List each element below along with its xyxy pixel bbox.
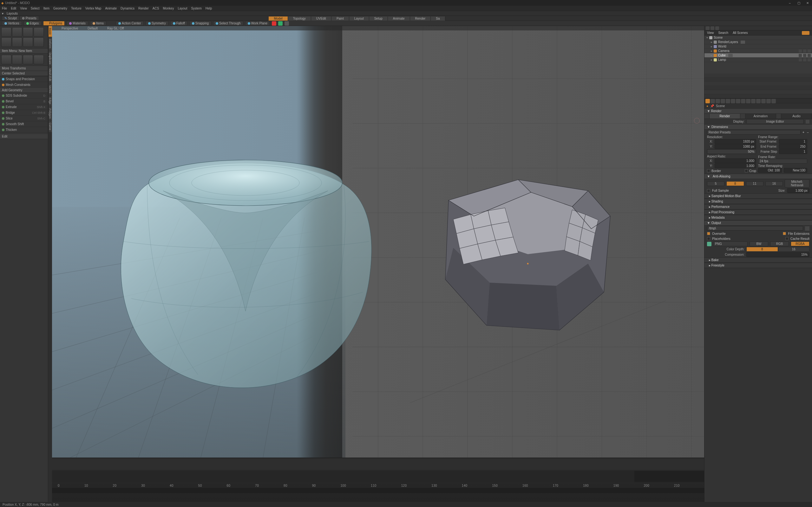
prop-tab-icon-8[interactable] — [746, 99, 751, 103]
section-post-processing[interactable]: ▸ Post Processing — [705, 210, 812, 215]
presets-button[interactable]: ⚙Presets — [19, 16, 39, 20]
menu-view[interactable]: View — [20, 7, 27, 10]
dimensions-header[interactable]: ▼ Dimensions — [705, 124, 812, 130]
prop-tab-icon-0[interactable] — [705, 99, 710, 103]
aa-samples-8[interactable]: 8 — [726, 181, 744, 186]
audio-icon[interactable] — [776, 114, 781, 118]
border-check[interactable] — [707, 169, 710, 172]
torus-tool-icon[interactable] — [1, 38, 11, 47]
move-tool-icon[interactable] — [1, 55, 11, 64]
crop-check[interactable] — [745, 169, 748, 172]
prop-tab-icon-3[interactable] — [721, 99, 725, 103]
tool-smooth-shift[interactable]: Smooth Shift — [0, 121, 48, 127]
aa-samples-5[interactable]: 5 — [707, 181, 724, 186]
capsule-tool-icon[interactable] — [12, 38, 22, 47]
menu-help[interactable]: Help — [206, 7, 212, 10]
sidetab-vertex[interactable]: Vertex — [48, 83, 52, 95]
opt-falloff[interactable]: Falloff — [170, 21, 188, 26]
menu-monkey[interactable]: Monkey — [163, 7, 174, 10]
render-presets-dropdown[interactable]: Render Presets — [707, 130, 801, 135]
axis-toggle-1[interactable] — [278, 21, 283, 26]
layout-tab-paint[interactable]: Paint — [332, 16, 349, 20]
compression-value[interactable]: 15% — [746, 252, 809, 257]
outliner-icon-3[interactable] — [715, 26, 719, 30]
section-freestyle[interactable]: ▸ Freestyle — [705, 263, 812, 268]
snaps-precision-item[interactable]: Snaps and Precision — [0, 76, 48, 82]
start-frame[interactable]: 1 — [779, 139, 807, 144]
framerate-dropdown[interactable]: 24 fps — [758, 159, 807, 164]
new-frames[interactable]: New:100 — [784, 168, 808, 173]
timeline[interactable]: 0102030405060708090100110120130140150160… — [52, 458, 704, 502]
opt-work-plane[interactable]: Work Plane — [245, 21, 270, 26]
end-frame[interactable]: 250 — [779, 144, 807, 149]
outliner-row-world[interactable]: ▸World — [705, 44, 812, 49]
opt-select-through[interactable]: Select Through — [213, 21, 243, 26]
tab-render[interactable]: Render — [710, 114, 740, 118]
old-frames[interactable]: Old: 100 — [758, 168, 782, 173]
format-dropdown[interactable]: PNG — [713, 241, 748, 246]
layout-tab-animate[interactable]: Animate — [388, 16, 410, 20]
menu-acs[interactable]: ACS — [153, 7, 159, 10]
output-path[interactable]: /tmp\ — [707, 226, 803, 231]
channels-bw[interactable]: BW — [750, 241, 768, 246]
aspect-x[interactable]: 1.000 — [715, 158, 756, 163]
viewport-shading[interactable]: Default — [88, 26, 98, 30]
sidetab-basic[interactable]: Basic — [48, 26, 52, 37]
cone-tool-icon[interactable] — [34, 27, 44, 37]
opt-symmetry[interactable]: Symmetry — [146, 21, 168, 26]
outliner-filter-icon[interactable] — [802, 31, 809, 35]
res-y[interactable]: 1080 px — [715, 144, 756, 149]
center-selected-dropdown[interactable]: Center Selected — [0, 71, 48, 76]
sidetab-deform[interactable]: Deform — [48, 37, 52, 50]
aa-size[interactable]: 1.000 px — [787, 188, 809, 193]
selmode-materials[interactable]: Materials — [67, 21, 88, 26]
prop-tab-icon-1[interactable] — [711, 99, 715, 103]
outliner-scenes[interactable]: All Scenes — [733, 31, 748, 35]
cache-result-check[interactable] — [785, 237, 789, 240]
menu-geometry[interactable]: Geometry — [53, 7, 67, 10]
selmode-items[interactable]: Items — [90, 21, 106, 26]
outliner-row-scene[interactable]: ▾Scene — [705, 36, 812, 40]
opt-action-center[interactable]: Action Center — [116, 21, 144, 26]
viewport-view-mode[interactable]: Perspective — [61, 26, 78, 30]
cylinder-tool-icon[interactable] — [23, 27, 33, 37]
menu-dynamics[interactable]: Dynamics — [120, 7, 135, 10]
color-depth-16[interactable]: 16 — [778, 247, 810, 251]
selmode-vertices[interactable]: Vertices — [2, 21, 22, 26]
layout-tab-setup[interactable]: Setup — [369, 16, 388, 20]
output-header[interactable]: ▼ Output — [705, 220, 812, 226]
text-tool-icon[interactable] — [34, 38, 44, 47]
layout-tab-uvedit[interactable]: UVEdit — [311, 16, 332, 20]
prop-tab-icon-12[interactable] — [766, 99, 771, 103]
outliner-row-camera[interactable]: ▸Camera — [705, 49, 812, 53]
pin-icon[interactable]: 📌 — [710, 104, 714, 108]
tool-bevel[interactable]: BevelB — [0, 99, 48, 104]
outliner-tree[interactable]: ▾Scene▸RenderLayers▸World▸Camera▸Cube▸La… — [705, 36, 812, 73]
outliner-search[interactable]: Search — [718, 31, 728, 35]
cube-tool-icon[interactable] — [1, 27, 11, 37]
channels-rgba[interactable]: RGBA — [791, 241, 809, 246]
sidetab-duplicate[interactable]: Duplicate — [48, 51, 52, 66]
full-sample-check[interactable] — [707, 189, 710, 192]
channels-rgb[interactable]: RGB — [770, 241, 789, 246]
axis-toggle-2[interactable] — [285, 21, 289, 26]
layout-tab-render[interactable]: Render — [410, 16, 431, 20]
close-button[interactable]: ✕ — [803, 0, 812, 6]
aa-samples-11[interactable]: 11 — [746, 181, 763, 186]
menu-item[interactable]: Item — [44, 7, 49, 10]
menu-system[interactable]: System — [191, 7, 201, 10]
prop-tab-icon-4[interactable] — [726, 99, 730, 103]
outliner-icon-1[interactable] — [706, 26, 710, 30]
prop-tab-icon-10[interactable] — [756, 99, 761, 103]
outliner-icon-2[interactable] — [711, 26, 714, 30]
aa-filter[interactable]: Mitchell-Netravali — [785, 179, 809, 187]
layout-dropdown[interactable]: ▾ — [2, 12, 3, 15]
prop-tab-icon-7[interactable] — [741, 99, 745, 103]
rotate-tool-icon[interactable] — [12, 55, 22, 64]
aa-samples-16[interactable]: 16 — [765, 181, 783, 186]
sidetab-polygon[interactable]: Polygon — [48, 107, 52, 121]
tool-bridge[interactable]: BridgeCtrl-Shft-B — [0, 110, 48, 116]
menu-vertex-map[interactable]: Vertex Map — [85, 7, 101, 10]
animation-icon[interactable] — [740, 114, 745, 118]
res-x[interactable]: 1920 px — [715, 139, 756, 144]
